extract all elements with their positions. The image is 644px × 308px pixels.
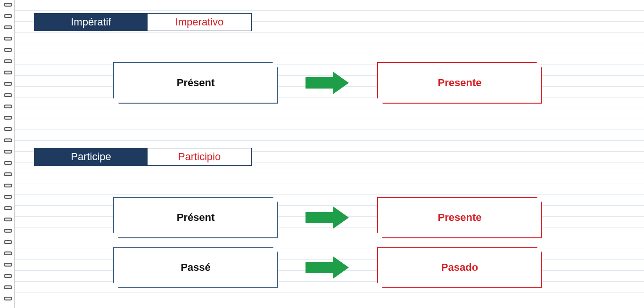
tense-box-es: Presente: [377, 62, 542, 104]
section-header-fr: Impératif: [34, 14, 148, 31]
spiral-ring: [4, 240, 12, 244]
spiral-ring: [4, 184, 12, 187]
section-header-imperatif: Impératif Imperativo: [34, 13, 252, 31]
spiral-ring: [4, 195, 12, 199]
spiral-ring: [4, 105, 12, 108]
tense-label-fr: Présent: [177, 77, 215, 89]
arrow-icon: [305, 72, 351, 94]
spiral-ring: [4, 93, 12, 97]
spiral-ring: [4, 25, 12, 29]
spiral-ring: [4, 127, 12, 131]
tense-label-es: Presente: [438, 211, 482, 224]
spiral-ring: [4, 59, 12, 63]
spiral-ring: [4, 229, 12, 233]
arrow-icon: [305, 206, 351, 229]
spiral-ring: [4, 285, 12, 289]
tense-box-es: Pasado: [377, 247, 542, 288]
spiral-ring: [4, 161, 12, 165]
spiral-ring: [4, 150, 12, 154]
section-header-es: Participio: [148, 148, 251, 165]
tense-label-es: Pasado: [441, 261, 478, 274]
spiral-ring: [4, 172, 12, 176]
tense-label-fr: Passé: [181, 261, 211, 274]
spiral-ring: [4, 251, 12, 255]
spiral-ring: [4, 3, 12, 7]
spiral-ring: [4, 14, 12, 18]
spiral-ring: [4, 138, 12, 142]
spiral-ring: [4, 206, 12, 210]
section-header-fr: Participe: [34, 148, 148, 165]
tense-box-fr: Présent: [113, 197, 278, 238]
spiral-ring: [4, 116, 12, 120]
tense-label-es: Presente: [438, 77, 482, 89]
tense-box-fr: Présent: [113, 62, 278, 104]
arrow-icon: [305, 256, 351, 279]
section-header-participe: Participe Participio: [34, 148, 252, 166]
spiral-ring: [4, 37, 12, 41]
spiral-ring: [4, 82, 12, 86]
spiral-ring: [4, 263, 12, 267]
spiral-ring: [4, 274, 12, 278]
tense-box-fr: Passé: [113, 247, 278, 288]
spiral-binding: [0, 0, 14, 308]
spiral-ring: [4, 297, 12, 300]
section-header-es: Imperativo: [148, 14, 251, 31]
tense-box-es: Presente: [377, 197, 542, 238]
spiral-ring: [4, 71, 12, 74]
tense-label-fr: Présent: [177, 211, 215, 224]
spiral-ring: [4, 48, 12, 52]
spiral-ring: [4, 218, 12, 221]
